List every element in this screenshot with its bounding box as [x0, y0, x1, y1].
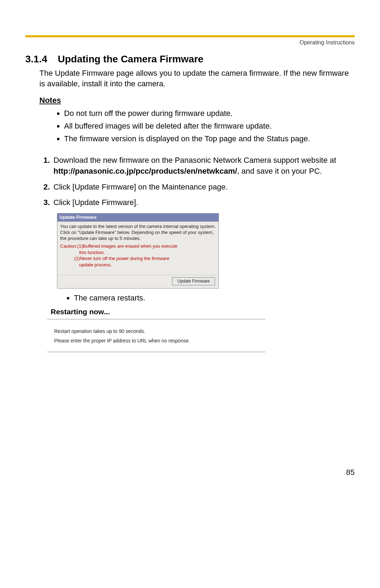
notes-item: The firmware version is displayed on the…	[64, 132, 355, 145]
restarting-line1: Restart operation takes up to 90 seconds…	[54, 327, 265, 336]
substep-item: The camera restarts.	[74, 293, 355, 304]
dialog-caution-l1b: this function.	[60, 249, 216, 256]
notes-heading: Notes	[39, 96, 355, 105]
page-header-label: Operating Instructions	[25, 39, 355, 46]
step-1-text-post: , and save it on your PC.	[237, 167, 322, 175]
dialog-titlebar: Update Firmware	[57, 213, 218, 222]
step-3-text: Click [Update Firmware].	[53, 198, 138, 207]
restarting-body: Restart operation takes up to 90 seconds…	[47, 320, 265, 345]
steps-list: Download the new firmware on the Panason…	[39, 153, 355, 355]
notes-item: Do not turn off the power during firmwar…	[64, 107, 355, 120]
step-1-text-pre: Download the new firmware on the Panason…	[53, 156, 336, 165]
dialog-caution-l2: (2)Never turn off the power during the f…	[60, 255, 216, 262]
restarting-heading: Restarting now...	[47, 307, 265, 320]
top-accent-rule	[25, 35, 355, 37]
page-number: 85	[25, 468, 355, 477]
notes-list: Do not turn off the power during firmwar…	[50, 107, 355, 145]
step-3: Click [Update Firmware]. Update Firmware…	[52, 195, 355, 355]
step-2: Click [Update Firmware] on the Maintenan…	[52, 180, 355, 196]
notes-item: All buffered images will be deleted afte…	[64, 120, 355, 132]
restarting-line2: Please enter the proper IP address to UR…	[54, 336, 265, 346]
step-1: Download the new firmware on the Panason…	[52, 153, 355, 180]
dialog-caution: Caution:(1)Buffered images are erased wh…	[57, 243, 218, 275]
section-intro: The Update Firmware page allows you to u…	[39, 68, 355, 89]
dialog-caution-l1: Caution:(1)Buffered images are erased wh…	[60, 243, 177, 249]
substep-list: The camera restarts.	[63, 293, 355, 304]
step-1-url: http://panasonic.co.jp/pcc/products/en/n…	[53, 167, 237, 175]
section-heading: 3.1.4Updating the Camera Firmware	[25, 52, 355, 65]
update-firmware-button[interactable]: Update Firmware	[172, 277, 215, 285]
dialog-button-row: Update Firmware	[57, 276, 218, 288]
update-firmware-dialog: Update Firmware You can update to the la…	[57, 213, 219, 289]
dialog-caution-l2b: update process.	[60, 262, 216, 268]
section-title: Updating the Camera Firmware	[58, 54, 203, 64]
restarting-panel: Restarting now... Restart operation take…	[47, 307, 265, 353]
dialog-body-text: You can update to the latest version of …	[57, 222, 218, 243]
section-number: 3.1.4	[25, 54, 47, 65]
